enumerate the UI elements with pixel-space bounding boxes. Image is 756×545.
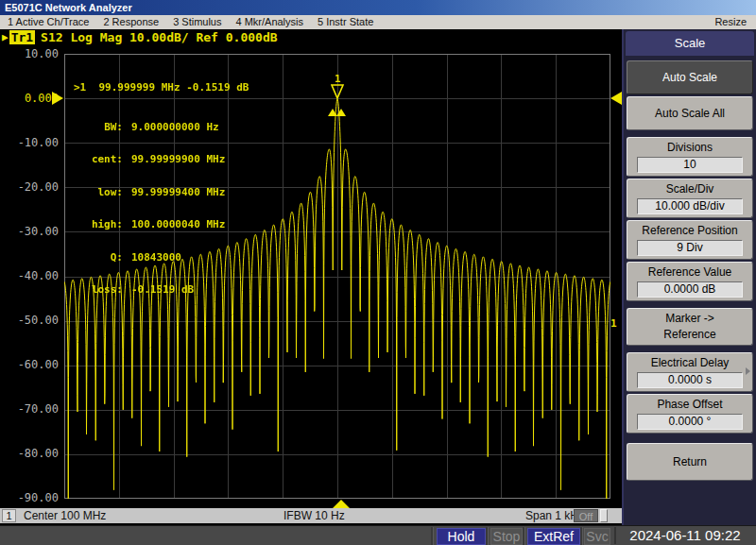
ifbw-readout[interactable]: IFBW 10 Hz xyxy=(284,508,345,523)
high-value: 100.0000040 MHz xyxy=(131,219,249,230)
menu-stimulus[interactable]: 3 Stimulus xyxy=(173,15,221,29)
divisions-button[interactable]: Divisions 10 xyxy=(627,137,753,177)
channel-number-badge: 1 xyxy=(2,509,16,522)
auto-scale-button[interactable]: Auto Scale xyxy=(627,60,753,94)
bandwidth-high-marker-icon xyxy=(336,109,346,116)
reference-level-marker-left-icon[interactable] xyxy=(52,92,63,105)
y-axis-label: -80.00 xyxy=(0,447,59,460)
reference-position-value: 9 Div xyxy=(637,240,743,256)
electrical-delay-button[interactable]: Electrical Delay 0.0000 s xyxy=(627,352,753,392)
active-trace-pointer-icon: ▶ xyxy=(2,31,9,43)
marker-readout: >1 99.999999 MHz -0.1519 dB BW:9.0000000… xyxy=(74,60,249,317)
y-axis-label: -40.00 xyxy=(0,269,59,282)
return-button[interactable]: Return xyxy=(627,443,753,481)
reference-level-marker-right-icon[interactable] xyxy=(610,92,622,105)
scale-div-button[interactable]: Scale/Div 10.000 dB/div xyxy=(627,179,753,218)
phase-offset-value: 0.0000 ° xyxy=(637,414,743,430)
auto-scale-all-button[interactable]: Auto Scale All xyxy=(627,96,753,130)
y-axis-label: -50.00 xyxy=(0,314,59,327)
y-axis-label: 10.00 xyxy=(0,47,59,60)
trace-name-badge[interactable]: Tr1 xyxy=(9,30,35,44)
bw-value: 9.000000000 Hz xyxy=(131,122,249,133)
window-title-bar[interactable]: E5071C Network Analyzer xyxy=(0,0,756,15)
y-axis-label: -70.00 xyxy=(0,402,59,416)
channel-bar-handle[interactable] xyxy=(600,509,608,522)
softkey-menu-title: Scale xyxy=(626,31,754,56)
submenu-arrow-icon xyxy=(746,367,750,375)
marker-1-readout: >1 99.999999 MHz -0.1519 dB xyxy=(74,82,249,94)
instrument-screen: ▶Tr1S12 Log Mag 10.00dB/ Ref 0.000dB 10.… xyxy=(0,29,622,523)
y-axis-label: -90.00 xyxy=(0,491,59,504)
loss-label: loss: xyxy=(74,284,123,296)
electrical-delay-value: 0.0000 s xyxy=(637,372,743,388)
bw-label: BW: xyxy=(74,122,123,133)
extref-status-badge: ExtRef xyxy=(527,528,580,545)
trace-edge-indicator: 1 xyxy=(610,317,617,330)
reference-value-value: 0.0000 dB xyxy=(637,281,743,298)
scale-div-value: 10.000 dB/div xyxy=(637,198,743,214)
instrument-status-bar: Hold Stop ExtRef Svc 2024-06-11 09:22 xyxy=(0,525,756,545)
svc-status-badge: Svc xyxy=(584,528,610,545)
low-label: low: xyxy=(74,187,123,198)
datetime-readout: 2024-06-11 09:22 xyxy=(614,527,754,544)
marker-1-icon[interactable] xyxy=(331,84,345,99)
menu-mkr-analysis[interactable]: 4 Mkr/Analysis xyxy=(235,15,303,29)
reference-position-button[interactable]: Reference Position 9 Div xyxy=(627,220,753,260)
softkey-menu: Scale Auto Scale Auto Scale All Division… xyxy=(622,29,756,525)
y-axis-label: -20.00 xyxy=(0,180,59,194)
stimulus-marker-icon[interactable] xyxy=(333,500,350,508)
phase-offset-button[interactable]: Phase Offset 0.0000 ° xyxy=(627,394,753,434)
y-axis-label: -60.00 xyxy=(0,358,59,371)
menu-instr-state[interactable]: 5 Instr State xyxy=(318,15,373,29)
menu-resize[interactable]: Resize xyxy=(714,15,747,29)
hold-status-badge: Hold xyxy=(437,528,486,545)
q-value: 10843000 xyxy=(131,252,249,264)
high-label: high: xyxy=(74,219,123,230)
center-frequency-readout[interactable]: Center 100 MHz xyxy=(24,508,106,523)
menu-active-ch-trace[interactable]: 1 Active Ch/Trace xyxy=(8,15,89,29)
marker-to-reference-button[interactable]: Marker -> Reference xyxy=(627,308,753,346)
menu-bar: 1 Active Ch/Trace 2 Response 3 Stimulus … xyxy=(0,15,756,29)
cent-label: cent: xyxy=(74,154,123,165)
reference-value-button[interactable]: Reference Value 0.0000 dB xyxy=(627,262,753,301)
q-label: Q: xyxy=(74,252,123,264)
menu-response[interactable]: 2 Response xyxy=(103,15,159,29)
channel-status-bar: 1 Center 100 MHz IFBW 10 Hz Span 1 kHz O… xyxy=(0,508,622,523)
off-badge: Off xyxy=(574,509,598,522)
trace-status-line[interactable]: ▶Tr1S12 Log Mag 10.00dB/ Ref 0.000dB xyxy=(2,30,278,44)
stop-status-badge: Stop xyxy=(490,528,523,545)
y-axis-label: -30.00 xyxy=(0,225,59,238)
y-axis-label: -10.00 xyxy=(0,136,59,149)
loss-value: -0.1519 dB xyxy=(131,284,249,296)
low-value: 99.99999400 MHz xyxy=(131,187,249,198)
y-axis-reference-label: 0.000 xyxy=(0,92,59,105)
window-title: E5071C Network Analyzer xyxy=(5,2,132,13)
trace-definition: S12 Log Mag 10.00dB/ Ref 0.000dB xyxy=(41,30,277,44)
divisions-value: 10 xyxy=(637,157,743,173)
cent-value: 99.99999900 MHz xyxy=(131,154,249,165)
